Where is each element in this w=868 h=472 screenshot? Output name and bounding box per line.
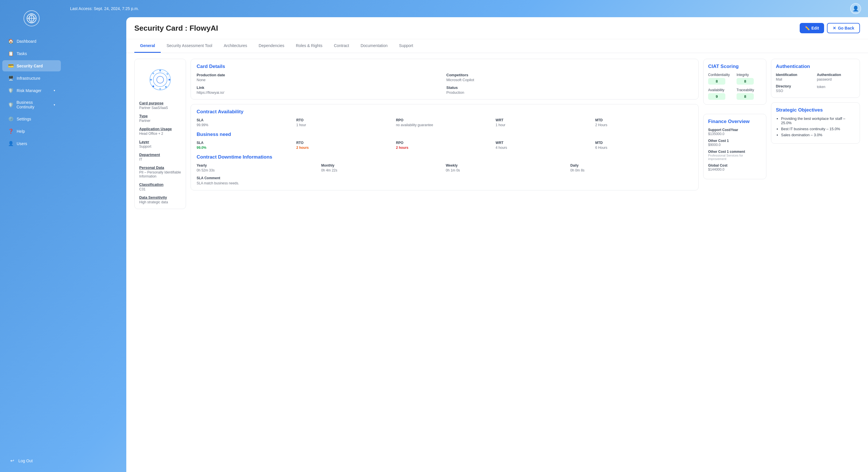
home-icon: 🏠 bbox=[8, 38, 14, 44]
svg-point-14 bbox=[150, 79, 152, 80]
tab-bar: General Security Assessment Tool Archite… bbox=[126, 39, 868, 53]
status-value: Production bbox=[446, 90, 693, 95]
sidebar-item-infrastructure[interactable]: 🖥️ Infrastructure bbox=[2, 72, 61, 84]
weekly-header: Weekly bbox=[446, 164, 568, 167]
svg-point-15 bbox=[152, 72, 154, 74]
strategic-title: Strategic Objectives bbox=[776, 107, 855, 113]
last-access-time: Sept. 24, 2024, 7:25 p.m. bbox=[94, 6, 138, 11]
confidentiality-item: Confidentiality 8 bbox=[708, 73, 733, 85]
monthly-col: Monthly 0h 4m 22s bbox=[321, 164, 443, 172]
strategic-panel: Strategic Objectives Providing the best … bbox=[771, 102, 860, 144]
bn-wrt-col: WRT 4 hours bbox=[496, 141, 593, 150]
tab-architectures[interactable]: Architectures bbox=[218, 39, 253, 53]
tab-support[interactable]: Support bbox=[393, 39, 419, 53]
sidebar-item-risk-manager[interactable]: 🛡️ Risk Manager ▾ bbox=[2, 85, 61, 96]
bn-rpo-header: RPO bbox=[396, 141, 493, 145]
business-need-title: Business need bbox=[197, 132, 693, 137]
sidebar-item-label: Infrastructure bbox=[17, 76, 40, 80]
layer-field: Layer Support bbox=[139, 140, 181, 148]
bn-mtd-value: 6 Hours bbox=[595, 146, 693, 150]
ciat-panel: CIAT Scoring Confidentiality 8 Integrity… bbox=[703, 59, 766, 105]
sidebar-item-settings[interactable]: ⚙️ Settings bbox=[2, 113, 61, 125]
tab-dependencies[interactable]: Dependencies bbox=[253, 39, 290, 53]
sidebar-item-label: Help bbox=[17, 129, 25, 134]
sidebar-item-dashboard[interactable]: 🏠 Dashboard bbox=[2, 36, 61, 47]
close-circle-icon: ✕ bbox=[833, 26, 836, 30]
type-value: Partner bbox=[139, 119, 181, 123]
sidebar-item-label: Security Card bbox=[17, 64, 43, 68]
edit-button[interactable]: ✏️ Edit bbox=[800, 23, 824, 33]
mtd-col: MTD 2 Hours bbox=[595, 118, 693, 127]
department-value: IT bbox=[139, 158, 181, 162]
go-back-button[interactable]: ✕ Go Back bbox=[827, 23, 860, 33]
bn-sla-col: SLA 99.0% bbox=[197, 141, 294, 150]
sidebar-item-business-continuity[interactable]: 🛡️ Business Continuity ▾ bbox=[2, 97, 61, 112]
users-icon: 👤 bbox=[8, 141, 14, 146]
bn-sla-value: 99.0% bbox=[197, 146, 294, 150]
competitors-value: Microsoft Copilot bbox=[446, 78, 693, 82]
contract-availability-grid: SLA 99.99% RTO 1 hour RPO no availabilit… bbox=[197, 118, 693, 127]
tab-security-assessment[interactable]: Security Assessment Tool bbox=[161, 39, 218, 53]
availability-badge: 9 bbox=[708, 93, 725, 100]
other-cost-comment-item: Other Cost 1 comment Professional Servic… bbox=[708, 150, 762, 161]
chevron-down-icon-2: ▾ bbox=[54, 103, 55, 106]
card-details-grid: Production date None Competitors Microso… bbox=[197, 73, 693, 95]
traceability-item: Traceability 8 bbox=[737, 88, 762, 100]
sidebar-logo bbox=[0, 6, 63, 31]
type-field: Type Partner bbox=[139, 114, 181, 123]
monthly-header: Monthly bbox=[321, 164, 443, 167]
link-label: Link bbox=[197, 86, 443, 90]
application-usage-label: Application Usage bbox=[139, 127, 181, 131]
identification-item: Identification Mail bbox=[776, 73, 814, 81]
integrity-badge: 8 bbox=[737, 78, 754, 85]
rpo-col: RPO no availability guarantee bbox=[396, 118, 493, 127]
directory-label: Directory bbox=[776, 84, 814, 88]
global-cost-value: $144000.0 bbox=[708, 167, 762, 171]
sla-comment-label: SLA Comment bbox=[197, 176, 220, 180]
sidebar-item-users[interactable]: 👤 Users bbox=[2, 138, 61, 149]
avatar-button[interactable]: 👤 bbox=[850, 3, 861, 14]
bn-sla-header: SLA bbox=[197, 141, 294, 145]
data-sensitivity-field: Data Sensitivity High strategic data bbox=[139, 195, 181, 204]
wrt-header: WRT bbox=[496, 118, 593, 122]
status-item: Status Production bbox=[446, 86, 693, 95]
tasks-icon: 📋 bbox=[8, 51, 14, 56]
tab-general[interactable]: General bbox=[134, 39, 161, 53]
layer-label: Layer bbox=[139, 140, 181, 144]
svg-point-11 bbox=[165, 86, 167, 88]
data-sensitivity-value: High strategic data bbox=[139, 200, 181, 204]
sidebar: 🏠 Dashboard 📋 Tasks 💳 Security Card 🖥️ I… bbox=[0, 0, 63, 472]
last-access-label: Last Access: bbox=[70, 6, 93, 11]
topbar: Last Access: Sept. 24, 2024, 7:25 p.m. 👤 bbox=[63, 0, 868, 17]
production-date-item: Production date None bbox=[197, 73, 443, 82]
sidebar-item-tasks[interactable]: 📋 Tasks bbox=[2, 48, 61, 59]
rto-header: RTO bbox=[296, 118, 394, 122]
ciat-title: CIAT Scoring bbox=[708, 64, 762, 69]
identification-value: Mail bbox=[776, 77, 814, 81]
right-column: Authentication Identification Mail Authe… bbox=[771, 59, 860, 209]
infrastructure-icon: 🖥️ bbox=[8, 75, 14, 81]
tab-roles-rights[interactable]: Roles & Rights bbox=[290, 39, 329, 53]
directory-item: Directory SSO bbox=[776, 84, 814, 93]
finance-title: Finance Overview bbox=[708, 119, 762, 125]
sla-col: SLA 99.99% bbox=[197, 118, 294, 127]
confidentiality-badge: 8 bbox=[708, 78, 725, 85]
sla-header: SLA bbox=[197, 118, 294, 122]
availability-item: Availability 9 bbox=[708, 88, 733, 100]
rpo-value: no availability guarantee bbox=[396, 123, 493, 127]
wrt-value: 1 hour bbox=[496, 123, 593, 127]
tab-contract[interactable]: Contract bbox=[328, 39, 355, 53]
sidebar-item-label: Business Continuity bbox=[17, 100, 51, 109]
weekly-col: Weekly 0h 1m 0s bbox=[446, 164, 568, 172]
settings-icon: ⚙️ bbox=[8, 116, 14, 122]
support-cost-label: Support Cost/Year bbox=[708, 128, 762, 132]
ciat-grid: Confidentiality 8 Integrity 8 Availabili… bbox=[708, 73, 762, 100]
auth-grid: Identification Mail Authentication passw… bbox=[776, 73, 855, 93]
tab-documentation[interactable]: Documentation bbox=[355, 39, 393, 53]
bn-wrt-value: 4 hours bbox=[496, 146, 593, 150]
sidebar-item-help[interactable]: ❓ Help bbox=[2, 126, 61, 137]
sidebar-item-security-card[interactable]: 💳 Security Card bbox=[2, 60, 61, 71]
content-area: Card purpose Partner SaaS/IaaS Type Part… bbox=[126, 53, 868, 215]
logout-button[interactable]: ↩ Log Out bbox=[5, 455, 59, 466]
card-purpose-label: Card purpose bbox=[139, 101, 181, 105]
